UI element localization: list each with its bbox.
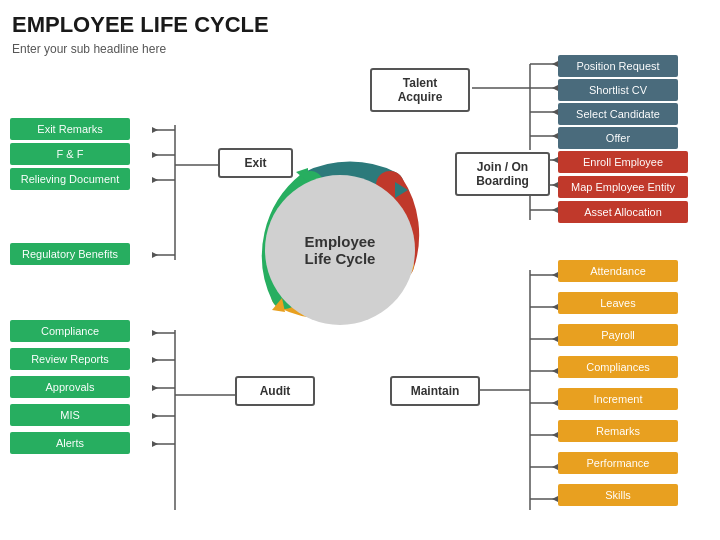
svg-marker-54	[152, 152, 158, 158]
compliances-box: Compliances	[558, 356, 678, 378]
exit-node: Exit	[218, 148, 293, 178]
svg-marker-2	[272, 298, 285, 312]
offer-box: Offer	[558, 127, 678, 149]
alerts-box: Alerts	[10, 432, 130, 454]
leaves-box: Leaves	[558, 292, 678, 314]
mis-box: MIS	[10, 404, 130, 426]
svg-marker-60	[152, 413, 158, 419]
relieving-document-box: Relieving Document	[10, 168, 130, 190]
select-candidate-box: Select Candidate	[558, 103, 678, 125]
performance-box: Performance	[558, 452, 678, 474]
regulatory-benefits-box: Regulatory Benefits	[10, 243, 130, 265]
approvals-box: Approvals	[10, 376, 130, 398]
svg-marker-56	[152, 252, 158, 258]
enroll-employee-box: Enroll Employee	[558, 151, 688, 173]
svg-marker-61	[152, 441, 158, 447]
review-reports-box: Review Reports	[10, 348, 130, 370]
map-employee-entity-box: Map Employee Entity	[558, 176, 688, 198]
svg-marker-55	[152, 177, 158, 183]
maintain-node: Maintain	[390, 376, 480, 406]
page-title: EMPLOYEE LIFE CYCLE	[12, 12, 269, 38]
payroll-box: Payroll	[558, 324, 678, 346]
f-and-f-box: F & F	[10, 143, 130, 165]
svg-marker-0	[395, 182, 408, 198]
position-request-box: Position Request	[558, 55, 678, 77]
talent-acquire-node: Talent Acquire	[370, 68, 470, 112]
svg-marker-57	[152, 330, 158, 336]
increment-box: Increment	[558, 388, 678, 410]
asset-allocation-box: Asset Allocation	[558, 201, 688, 223]
center-circle: EmployeeLife Cycle	[265, 175, 415, 325]
remarks-box: Remarks	[558, 420, 678, 442]
svg-marker-59	[152, 385, 158, 391]
svg-marker-53	[152, 127, 158, 133]
page-subtitle: Enter your sub headline here	[12, 42, 166, 56]
attendance-box: Attendance	[558, 260, 678, 282]
exit-remarks-box: Exit Remarks	[10, 118, 130, 140]
join-onboarding-node: Join / OnBoarding	[455, 152, 550, 196]
shortlist-cv-box: Shortlist CV	[558, 79, 678, 101]
svg-marker-58	[152, 357, 158, 363]
center-text: EmployeeLife Cycle	[305, 233, 376, 267]
svg-marker-3	[296, 168, 308, 182]
join-onboarding-label: Join / OnBoarding	[476, 160, 529, 188]
compliance-box: Compliance	[10, 320, 130, 342]
skills-box: Skills	[558, 484, 678, 506]
audit-node: Audit	[235, 376, 315, 406]
